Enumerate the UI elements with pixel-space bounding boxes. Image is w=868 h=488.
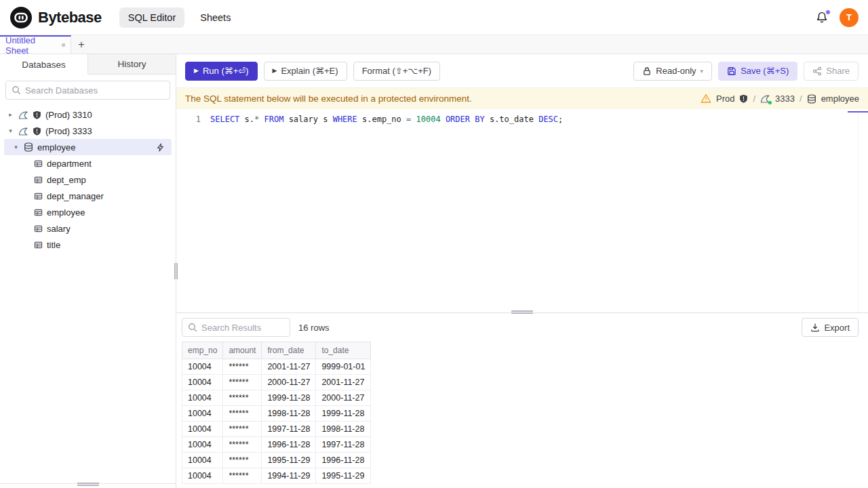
instance-badge[interactable]: 3333 <box>775 94 795 104</box>
table-cell[interactable]: ****** <box>223 437 262 453</box>
chevron-down-icon[interactable]: ▾ <box>7 127 14 134</box>
table-cell[interactable]: 1997-11-28 <box>262 422 316 437</box>
tab-databases[interactable]: Databases <box>0 54 88 75</box>
table-cell[interactable]: 2000-11-27 <box>262 375 316 390</box>
results-resize-handle[interactable] <box>511 310 533 314</box>
tree-item-table-dept-emp[interactable]: dept_emp <box>0 171 176 188</box>
sidebar-bottom-resize-handle[interactable] <box>77 483 99 486</box>
database-search-box[interactable] <box>5 81 170 100</box>
table-cell[interactable]: 1995-11-29 <box>316 468 371 484</box>
main-panel: ▶ Run (⌘+⏎) ▶ Explain (⌘+E) Format (⇧+⌥+… <box>176 54 868 488</box>
export-button[interactable]: Export <box>802 318 859 337</box>
sql-code-line[interactable]: SELECT s.* FROM salary s WHERE s.emp_no … <box>210 113 563 127</box>
database-badge[interactable]: employee <box>821 94 859 104</box>
table-cell[interactable]: ****** <box>223 406 262 422</box>
table-cell[interactable]: ****** <box>223 453 262 468</box>
results-search-box[interactable] <box>182 318 290 337</box>
table-cell[interactable]: 1999-11-28 <box>316 406 371 422</box>
table-cell[interactable]: ****** <box>223 390 262 406</box>
format-button[interactable]: Format (⇧+⌥+F) <box>353 62 440 81</box>
table-icon <box>34 159 43 168</box>
table-cell[interactable]: 1999-11-28 <box>262 390 316 406</box>
table-cell[interactable]: 10004 <box>182 422 223 437</box>
play-icon: ▶ <box>273 68 277 74</box>
sql-token: SELECT <box>210 115 239 124</box>
brand[interactable]: Bytebase <box>9 6 102 29</box>
sql-editor-area[interactable]: 1 SELECT s.* FROM salary s WHERE s.emp_n… <box>176 109 868 312</box>
results-table: emp_no amount from_date to_date 10004***… <box>182 342 371 484</box>
column-header-emp-no[interactable]: emp_no <box>182 342 223 359</box>
sql-token: s.emp_no <box>357 115 406 124</box>
top-nav: SQL Editor Sheets <box>119 7 240 28</box>
table-cell[interactable]: 1997-11-28 <box>316 437 371 453</box>
table-cell[interactable]: ****** <box>223 359 262 375</box>
tab-history[interactable]: History <box>88 54 176 74</box>
table-label: title <box>47 240 60 250</box>
table-cell[interactable]: 10004 <box>182 375 223 390</box>
brand-name: Bytebase <box>38 9 102 26</box>
table-cell[interactable]: 1996-11-28 <box>316 453 371 468</box>
share-button[interactable]: Share <box>804 62 859 81</box>
tab-untitled-sheet[interactable]: Untitled Sheet <box>0 35 71 54</box>
table-cell[interactable]: ****** <box>223 468 262 484</box>
table-cell[interactable]: 2000-11-27 <box>316 390 371 406</box>
tree-item-database-employee[interactable]: ▾ employee <box>4 139 172 155</box>
table-cell[interactable]: 1995-11-29 <box>262 453 316 468</box>
table-icon <box>34 208 43 217</box>
tree-item-table-title[interactable]: title <box>0 237 176 253</box>
sidebar: Databases History ▸ <box>0 54 176 488</box>
save-button[interactable]: Save (⌘+S) <box>718 62 797 81</box>
tree-item-table-employee[interactable]: employee <box>0 204 176 220</box>
table-cell[interactable]: ****** <box>223 375 262 390</box>
column-header-amount[interactable]: amount <box>223 342 262 359</box>
table-cell[interactable]: 2001-11-27 <box>316 375 371 390</box>
run-button[interactable]: ▶ Run (⌘+⏎) <box>185 62 258 81</box>
table-cell[interactable]: 10004 <box>182 406 223 422</box>
sidebar-resize-handle[interactable] <box>174 263 178 279</box>
search-icon <box>188 323 197 332</box>
table-cell[interactable]: 9999-01-01 <box>316 359 371 375</box>
add-sheet-button[interactable]: + <box>71 35 92 54</box>
results-tbody: 10004******2001-11-279999-01-0110004****… <box>182 359 371 484</box>
table-cell[interactable]: 10004 <box>182 468 223 484</box>
mysql-icon[interactable] <box>760 94 770 104</box>
table-cell[interactable]: 1998-11-28 <box>316 422 371 437</box>
nav-sql-editor[interactable]: SQL Editor <box>119 7 184 28</box>
tree-item-table-dept-manager[interactable]: dept_manager <box>0 188 176 204</box>
column-header-to-date[interactable]: to_date <box>316 342 371 359</box>
column-header-from-date[interactable]: from_date <box>262 342 316 359</box>
tree-item-instance-3310[interactable]: ▸ (Prod) 3310 <box>0 106 176 123</box>
tree-item-table-department[interactable]: department <box>0 155 176 171</box>
tree-item-table-salary[interactable]: salary <box>0 220 176 237</box>
avatar[interactable]: T <box>840 8 859 27</box>
sql-token <box>259 115 264 124</box>
table-cell[interactable]: 10004 <box>182 359 223 375</box>
active-connection-bolt-icon[interactable] <box>156 143 165 152</box>
results-table-wrap: emp_no amount from_date to_date 10004***… <box>176 342 868 488</box>
chevron-right-icon[interactable]: ▸ <box>7 111 14 118</box>
notification-bell-icon[interactable] <box>815 11 829 24</box>
table-cell[interactable]: 1998-11-28 <box>262 406 316 422</box>
top-header: Bytebase SQL Editor Sheets T <box>0 0 868 35</box>
search-databases-input[interactable] <box>25 85 164 96</box>
table-cell[interactable]: 1994-11-29 <box>262 468 316 484</box>
readonly-mode-dropdown[interactable]: Read-only ▾ <box>633 62 712 81</box>
table-cell[interactable]: 1996-11-28 <box>262 437 316 453</box>
table-row: 10004******1997-11-281998-11-28 <box>182 422 371 437</box>
table-cell[interactable]: 10004 <box>182 390 223 406</box>
table-cell[interactable]: ****** <box>223 422 262 437</box>
environment-shield-icon <box>739 94 748 103</box>
table-icon <box>34 224 43 233</box>
tree-item-instance-3333[interactable]: ▾ (Prod) 3333 <box>0 123 176 139</box>
table-row: 10004******1994-11-291995-11-29 <box>182 468 371 484</box>
table-label: department <box>47 159 92 169</box>
chevron-down-icon[interactable]: ▾ <box>12 144 20 150</box>
table-cell[interactable]: 10004 <box>182 437 223 453</box>
explain-button[interactable]: ▶ Explain (⌘+E) <box>264 62 347 81</box>
editor-scrollbar-track[interactable] <box>858 109 859 312</box>
table-cell[interactable]: 2001-11-27 <box>262 359 316 375</box>
sql-token: DESC <box>538 115 558 124</box>
chevron-down-icon: ▾ <box>701 68 704 75</box>
table-cell[interactable]: 10004 <box>182 453 223 468</box>
nav-sheets[interactable]: Sheets <box>191 7 239 28</box>
